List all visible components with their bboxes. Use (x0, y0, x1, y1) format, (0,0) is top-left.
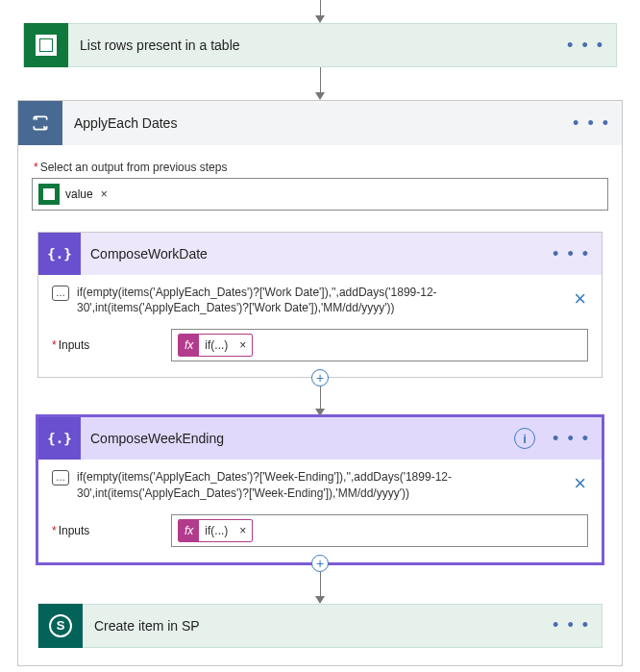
fx-icon: fx (179, 520, 199, 541)
more-menu-button[interactable]: • • • (561, 113, 622, 134)
compose-work-date-title: ComposeWorkDate (81, 246, 541, 261)
more-menu-button[interactable]: • • • (541, 615, 602, 635)
compose-icon: {.} (38, 233, 81, 275)
fx-expression-token[interactable]: fx if(...) × (178, 519, 253, 542)
more-menu-button[interactable]: • • • (541, 429, 602, 449)
remove-token-button[interactable]: × (234, 524, 252, 537)
excel-icon (24, 23, 68, 67)
fx-icon: fx (179, 335, 199, 356)
inputs-field[interactable]: fx if(...) × (171, 329, 588, 361)
expression-text: if(empty(items('ApplyEach_Dates')?['Week… (77, 469, 559, 500)
value-token[interactable]: value × (38, 184, 110, 205)
remove-token-button[interactable]: × (234, 338, 252, 352)
tooltip-icon (52, 286, 69, 301)
tooltip-icon (52, 470, 69, 485)
compose-week-ending-title: ComposeWeekEnding (81, 431, 514, 446)
create-item-sp-action[interactable]: S Create item in SP • • • (37, 604, 603, 648)
expression-tooltip: if(empty(items('ApplyEach_Dates')?['Work… (52, 285, 588, 315)
sp-action-label: Create item in SP (83, 618, 541, 634)
sharepoint-icon: S (38, 604, 83, 648)
more-menu-button[interactable]: • • • (555, 36, 616, 56)
select-output-field[interactable]: value × (32, 178, 608, 211)
value-token-label: value (60, 187, 99, 201)
remove-token-button[interactable]: × (99, 187, 110, 201)
compose-work-date-card: {.} ComposeWorkDate • • • × if(empty(ite… (37, 232, 603, 378)
excel-action-label: List rows present in a table (68, 37, 555, 53)
expression-text: if(empty(items('ApplyEach_Dates')?['Work… (77, 285, 559, 315)
excel-icon (38, 184, 60, 205)
inputs-label: *Inputs (52, 524, 158, 537)
fx-expression-token[interactable]: fx if(...) × (178, 334, 253, 357)
info-icon[interactable]: i (514, 428, 535, 449)
fx-token-label: if(...) (199, 524, 234, 537)
compose-week-ending-card: {.} ComposeWeekEnding i • • • × if(empty… (37, 416, 603, 562)
excel-list-rows-action[interactable]: List rows present in a table • • • (23, 23, 617, 67)
add-step-button[interactable]: + (311, 369, 329, 386)
compose-work-date-header[interactable]: {.} ComposeWorkDate • • • (38, 233, 602, 275)
inputs-field[interactable]: fx if(...) × (171, 514, 588, 547)
loop-icon (18, 101, 62, 145)
apply-each-container: ApplyEach Dates • • • *Select an output … (17, 100, 623, 666)
apply-each-header[interactable]: ApplyEach Dates • • • (18, 101, 622, 145)
expression-tooltip: if(empty(items('ApplyEach_Dates')?['Week… (52, 469, 588, 500)
add-step-button[interactable]: + (311, 555, 329, 572)
compose-icon: {.} (38, 417, 81, 460)
compose-week-ending-header[interactable]: {.} ComposeWeekEnding i • • • (38, 417, 602, 460)
select-output-label: *Select an output from previous steps (34, 161, 608, 174)
close-icon[interactable]: × (574, 286, 586, 311)
more-menu-button[interactable]: • • • (541, 244, 602, 264)
apply-each-title: ApplyEach Dates (62, 115, 561, 131)
close-icon[interactable]: × (574, 471, 586, 496)
inputs-label: *Inputs (52, 338, 158, 352)
fx-token-label: if(...) (199, 338, 234, 352)
